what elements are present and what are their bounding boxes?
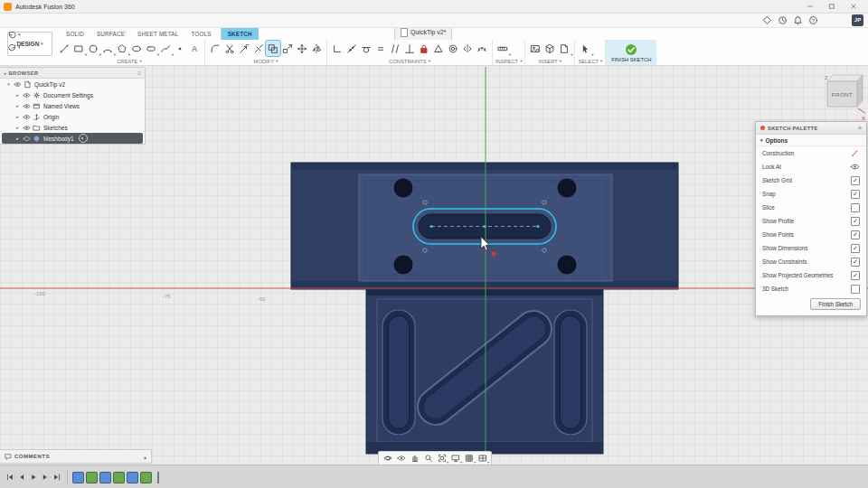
text-icon[interactable]: A — [187, 41, 202, 56]
viewports-icon[interactable]: ▾ — [476, 453, 489, 464]
expand-palette-icon[interactable]: » — [858, 125, 862, 131]
timeline-feature-icon[interactable] — [127, 472, 138, 483]
show-projected-geometries-checkbox[interactable]: ✓ — [851, 271, 860, 280]
scale-icon[interactable] — [280, 41, 295, 56]
timeline-feature-icon[interactable] — [113, 472, 125, 483]
offset-icon[interactable] — [266, 41, 280, 56]
timeline-step-forward-button[interactable] — [39, 470, 51, 484]
arc-icon[interactable]: ▾ — [100, 41, 115, 56]
tree-caret-icon[interactable]: ▸ — [14, 125, 21, 130]
ribbon-tab-solid[interactable]: SOLID — [60, 27, 90, 40]
ribbon-tab-surface[interactable]: SURFACE — [90, 27, 131, 40]
browser-grip-icon[interactable]: ≡ — [137, 70, 141, 76]
maximize-button[interactable] — [821, 1, 843, 13]
browser-item-origin[interactable]: ▸Origin — [2, 111, 143, 122]
expand-comments-icon[interactable]: ▴ — [144, 454, 146, 460]
slice-checkbox[interactable] — [851, 203, 860, 212]
tree-caret-icon[interactable]: ▸ — [14, 92, 21, 98]
view-cube[interactable]: Z FRONT X — [825, 75, 865, 121]
group-label-inspect[interactable]: INSPECT▾ — [495, 57, 522, 65]
timeline-start-button[interactable] — [4, 470, 15, 484]
comments-bar[interactable]: COMMENTS ▴ — [0, 449, 152, 464]
equal-constraint-icon[interactable] — [373, 41, 388, 56]
job-status-icon[interactable] — [775, 14, 790, 26]
timeline-play-button[interactable] — [27, 470, 39, 484]
slot-icon[interactable]: ▾ — [144, 41, 158, 56]
insert-dxf-icon[interactable]: ▾ — [557, 41, 571, 56]
tree-caret-icon[interactable]: ▸ — [14, 103, 21, 108]
user-avatar[interactable]: JP — [852, 14, 863, 26]
activate-badge-icon[interactable] — [79, 134, 88, 143]
snap-checkbox[interactable]: ✓ — [851, 190, 860, 199]
construction-icon[interactable] — [850, 148, 860, 158]
ribbon-tab-sheet-metal[interactable]: SHEET METAL — [131, 27, 184, 40]
insert-canvas-icon[interactable] — [528, 41, 542, 56]
display-settings-icon[interactable]: ▾ — [448, 453, 462, 464]
timeline-feature-icon[interactable] — [99, 472, 111, 483]
model-body-lower[interactable] — [366, 289, 603, 454]
visibility-eye-icon[interactable] — [23, 91, 31, 99]
group-label-constraints[interactable]: CONSTRAINTS▾ — [330, 57, 489, 65]
fix-constraint-icon[interactable] — [417, 41, 431, 56]
timeline-end-button[interactable] — [51, 470, 62, 484]
curvature-constraint-icon[interactable] — [475, 41, 489, 56]
minimize-button[interactable] — [799, 1, 821, 13]
visibility-eye-icon[interactable] — [23, 102, 31, 110]
break-icon[interactable] — [251, 41, 266, 56]
grid-snap-icon[interactable]: ▾ — [462, 453, 476, 464]
redo-icon[interactable]: ▾ — [5, 41, 24, 53]
browser-item-meshbody1[interactable]: ▸Meshbody1 — [2, 133, 143, 144]
polygon-icon[interactable]: ▾ — [115, 41, 129, 56]
viewport-canvas[interactable]: Z FRONT X -100-75-50 ◂ BROWSER ≡ ▾QuickT… — [0, 65, 868, 465]
undo-icon[interactable]: ▾ — [5, 28, 24, 41]
symmetry-constraint-icon[interactable] — [460, 41, 475, 56]
rectangle-icon[interactable]: ▾ — [71, 41, 86, 56]
zoom-icon[interactable] — [421, 453, 435, 464]
spline-icon[interactable]: ▾ — [158, 41, 173, 56]
tangent-constraint-icon[interactable] — [359, 41, 373, 56]
browser-header[interactable]: ◂ BROWSER ≡ — [0, 68, 145, 79]
finish-sketch-button[interactable]: FINISH SKETCH — [606, 40, 656, 65]
horizontal-vertical-constraint-icon[interactable] — [330, 41, 344, 56]
select-cursor-icon[interactable]: ▾ — [578, 41, 592, 56]
timeline-step-back-button[interactable] — [15, 470, 27, 484]
visibility-eye-icon[interactable] — [23, 113, 31, 121]
group-label-select[interactable]: SELECT▾ — [578, 57, 602, 65]
visibility-eye-icon[interactable] — [14, 80, 22, 89]
fillet-icon[interactable] — [208, 41, 222, 56]
viewcube-front-face[interactable]: FRONT — [832, 91, 853, 98]
mirror-icon[interactable] — [309, 41, 324, 56]
extensions-icon[interactable] — [760, 14, 775, 26]
timeline-feature-icon[interactable] — [140, 472, 152, 483]
look-at-icon[interactable] — [394, 453, 408, 464]
parallel-constraint-icon[interactable] — [388, 41, 402, 56]
browser-item-named-views[interactable]: ▸Named Views — [2, 100, 143, 111]
concentric-constraint-icon[interactable] — [446, 41, 460, 56]
ellipse-icon[interactable] — [129, 41, 144, 56]
measure-icon[interactable]: ▾ — [495, 41, 510, 56]
tree-caret-icon[interactable]: ▾ — [5, 81, 12, 87]
midpoint-constraint-icon[interactable] — [431, 41, 446, 56]
visibility-eye-icon[interactable] — [23, 135, 31, 143]
pan-icon[interactable] — [408, 453, 421, 464]
palette-finish-sketch-button[interactable]: Finish Sketch — [810, 298, 861, 310]
show-dimensions-checkbox[interactable]: ✓ — [851, 244, 860, 253]
tree-caret-icon[interactable]: ▸ — [14, 114, 21, 119]
group-label-create[interactable]: CREATE▾ — [57, 57, 202, 65]
sketch-grid-checkbox[interactable]: ✓ — [851, 176, 860, 185]
browser-item-quicktip-v2[interactable]: ▾QuickTip v2 — [2, 79, 143, 89]
group-label-insert[interactable]: INSERT▾ — [528, 57, 571, 65]
perpendicular-constraint-icon[interactable] — [402, 41, 417, 56]
circle-icon[interactable]: ▾ — [86, 41, 100, 56]
sketch-palette-header[interactable]: SKETCH PALETTE » — [756, 122, 866, 135]
insert-mesh-icon[interactable] — [542, 41, 557, 56]
palette-options-header[interactable]: ▾ Options — [756, 135, 866, 146]
show-points-checkbox[interactable]: ✓ — [851, 230, 860, 239]
fit-icon[interactable]: ▾ — [435, 453, 448, 464]
trim-icon[interactable] — [222, 41, 237, 56]
show-constraints-checkbox[interactable]: ✓ — [851, 258, 860, 267]
group-label-modify[interactable]: MODIFY▾ — [208, 57, 324, 65]
3d-sketch-checkbox[interactable] — [851, 285, 860, 294]
timeline-feature-icon[interactable] — [86, 472, 98, 483]
move-copy-icon[interactable] — [295, 41, 309, 56]
